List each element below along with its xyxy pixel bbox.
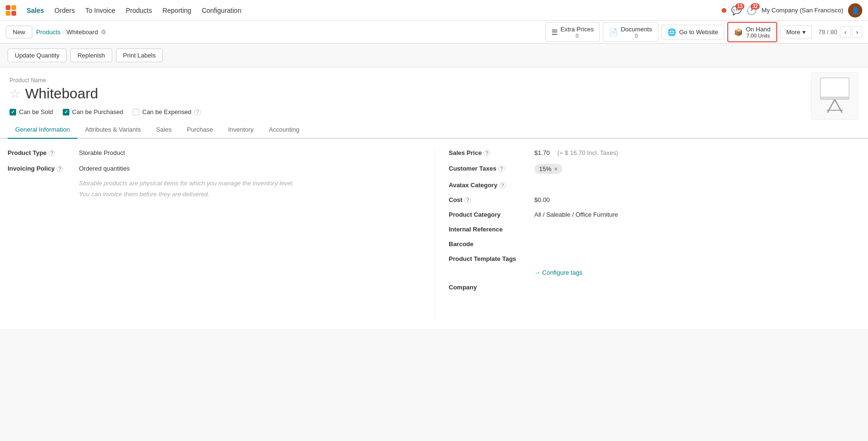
- invoicing-policy-help-icon[interactable]: ?: [57, 165, 63, 172]
- breadcrumb: Products › Whiteboard ⚙: [36, 29, 106, 36]
- breadcrumb-bar: New Products › Whiteboard ⚙ ☰ Extra Pric…: [0, 21, 868, 44]
- company-row: Company: [449, 283, 860, 291]
- svg-rect-0: [820, 78, 849, 99]
- on-hand-value: 7.00 Units: [746, 33, 771, 38]
- tax-value: 15%: [539, 165, 551, 173]
- logo[interactable]: [6, 5, 16, 16]
- nav-item-sales[interactable]: Sales: [22, 4, 49, 17]
- more-chevron-icon: ▾: [802, 29, 806, 36]
- can-be-purchased-label: Can be Purchased: [72, 108, 124, 115]
- product-category-label: Product Category: [449, 210, 534, 218]
- extra-prices-text: Extra Prices 0: [560, 26, 594, 38]
- messages-btn[interactable]: 💬 13: [731, 5, 742, 16]
- product-header: Product Name ☆ Whiteboard ✓ C: [0, 67, 868, 121]
- replenish-button[interactable]: Replenish: [70, 48, 112, 62]
- print-labels-button[interactable]: Print Labels: [116, 48, 163, 62]
- messages-badge: 13: [735, 3, 744, 10]
- tab-sales[interactable]: Sales: [148, 121, 179, 139]
- invoicing-policy-row: Invoicing Policy ? Ordered quantities: [8, 164, 405, 172]
- prev-record-button[interactable]: ‹: [840, 26, 850, 38]
- tab-attributes-variants[interactable]: Attributes & Variants: [77, 121, 149, 139]
- note1: Storable products are physical items for…: [79, 180, 405, 187]
- can-be-sold-label: Can be Sold: [19, 108, 53, 115]
- on-hand-text: On Hand 7.00 Units: [746, 26, 771, 38]
- cost-label: Cost ?: [449, 195, 534, 203]
- cost-value[interactable]: $0.00: [534, 195, 860, 203]
- can-be-purchased-checkbox[interactable]: ✓ Can be Purchased: [63, 108, 124, 115]
- activity-badge: 32: [751, 3, 760, 10]
- documents-icon: 📄: [609, 28, 618, 37]
- tags-label: Product Template Tags: [449, 254, 534, 262]
- product-title: Whiteboard: [25, 86, 98, 102]
- more-label: More: [786, 29, 800, 36]
- update-quantity-button[interactable]: Update Quantity: [8, 48, 67, 62]
- internal-reference-row: Internal Reference: [449, 225, 860, 233]
- new-button[interactable]: New: [6, 26, 32, 38]
- internal-reference-label: Internal Reference: [449, 225, 534, 233]
- product-name-label: Product Name: [10, 77, 858, 84]
- form-content: Product Type ? Storable Product Invoicin…: [0, 139, 868, 329]
- record-position: 78 / 80: [819, 29, 838, 36]
- main-content: Product Name ☆ Whiteboard ✓ C: [0, 67, 868, 329]
- favorite-star-icon[interactable]: ☆: [10, 86, 20, 101]
- can-be-expensed-help-icon[interactable]: ?: [194, 109, 201, 115]
- inventory-icon: 📦: [734, 28, 743, 37]
- nav-item-toinvoice[interactable]: To Invoice: [80, 4, 120, 17]
- product-image[interactable]: [811, 72, 858, 120]
- product-type-row: Product Type ? Storable Product: [8, 148, 405, 156]
- on-hand-button[interactable]: 📦 On Hand 7.00 Units: [727, 22, 777, 42]
- internal-reference-value[interactable]: [534, 225, 860, 226]
- configure-tags-link[interactable]: → Configure tags: [534, 269, 582, 276]
- extra-prices-button[interactable]: ☰ Extra Prices 0: [545, 22, 600, 42]
- extra-prices-icon: ☰: [551, 28, 558, 37]
- barcode-row: Barcode: [449, 240, 860, 248]
- note2: You can invoice them before they are del…: [79, 191, 405, 198]
- action-buttons-row: Update Quantity Replenish Print Labels: [0, 44, 868, 67]
- tax-remove-icon[interactable]: ×: [554, 166, 558, 173]
- company-value[interactable]: [534, 283, 860, 284]
- barcode-value[interactable]: [534, 240, 860, 240]
- product-category-value[interactable]: All / Saleable / Office Furniture: [534, 210, 860, 218]
- avatar[interactable]: 👤: [848, 3, 862, 18]
- sales-price-label: Sales Price ?: [449, 148, 534, 156]
- tab-accounting[interactable]: Accounting: [261, 121, 307, 139]
- can-be-expensed-checkbox[interactable]: Can be Expensed ?: [133, 108, 201, 115]
- can-be-sold-check-box: ✓: [10, 109, 16, 115]
- toolbar-actions: ☰ Extra Prices 0 📄 Documents 0 🌐 Go to W…: [545, 22, 862, 42]
- globe-icon: 🌐: [667, 28, 676, 37]
- more-button[interactable]: More ▾: [780, 25, 812, 39]
- nav-item-reporting[interactable]: Reporting: [158, 4, 196, 17]
- configure-tags-row: → Configure tags: [534, 269, 860, 276]
- sales-price-value[interactable]: $1.70: [534, 149, 550, 156]
- can-be-expensed-check-box: [133, 109, 139, 115]
- breadcrumb-separator: ›: [62, 29, 64, 36]
- product-type-help-icon[interactable]: ?: [48, 150, 55, 156]
- nav-item-orders[interactable]: Orders: [50, 4, 80, 17]
- go-to-website-button[interactable]: 🌐 Go to Website: [661, 25, 724, 40]
- settings-icon[interactable]: ⚙: [101, 29, 106, 36]
- sales-price-help-icon[interactable]: ?: [483, 150, 490, 156]
- nav-menu: Sales Orders To Invoice Products Reporti…: [22, 4, 246, 17]
- tab-general-information[interactable]: General Information: [8, 121, 77, 139]
- form-left: Product Type ? Storable Product Invoicin…: [8, 148, 434, 319]
- can-be-sold-checkbox[interactable]: ✓ Can be Sold: [10, 108, 53, 115]
- cost-help-icon[interactable]: ?: [464, 197, 471, 203]
- avatax-category-help-icon[interactable]: ?: [499, 182, 506, 189]
- company-name: My Company (San Francisco): [762, 7, 843, 14]
- avatax-category-label: Avatax Category ?: [449, 181, 534, 189]
- checkboxes-row: ✓ Can be Sold ✓ Can be Purchased Can be …: [10, 108, 858, 121]
- avatax-category-value[interactable]: [534, 181, 860, 182]
- customer-taxes-help-icon[interactable]: ?: [498, 165, 505, 172]
- next-record-button[interactable]: ›: [852, 26, 862, 38]
- breadcrumb-parent[interactable]: Products: [36, 29, 60, 36]
- nav-item-products[interactable]: Products: [121, 4, 156, 17]
- tab-purchase[interactable]: Purchase: [179, 121, 221, 139]
- sales-price-row: Sales Price ? $1.70 (= $ 16.70 Incl. Tax…: [449, 148, 860, 156]
- documents-button[interactable]: 📄 Documents 0: [603, 22, 658, 42]
- tags-value[interactable]: [534, 254, 860, 255]
- tab-inventory[interactable]: Inventory: [221, 121, 261, 139]
- nav-item-configuration[interactable]: Configuration: [197, 4, 246, 17]
- nav-arrows: ‹ ›: [840, 26, 862, 38]
- go-to-website-label: Go to Website: [679, 29, 718, 36]
- activity-btn[interactable]: 🕐 32: [746, 5, 757, 16]
